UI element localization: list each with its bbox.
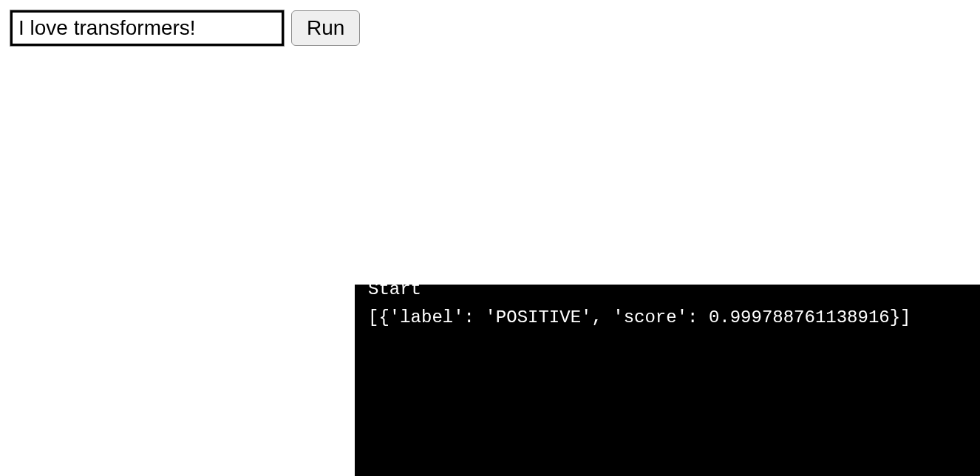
console-panel: Start [{'label': 'POSITIVE', 'score': 0.…	[355, 285, 980, 476]
console-line-output: [{'label': 'POSITIVE', 'score': 0.999788…	[368, 304, 967, 332]
text-input[interactable]	[10, 10, 284, 46]
console-line-start: Start	[368, 285, 967, 304]
run-button[interactable]: Run	[291, 10, 360, 46]
top-controls: Run	[10, 10, 360, 46]
